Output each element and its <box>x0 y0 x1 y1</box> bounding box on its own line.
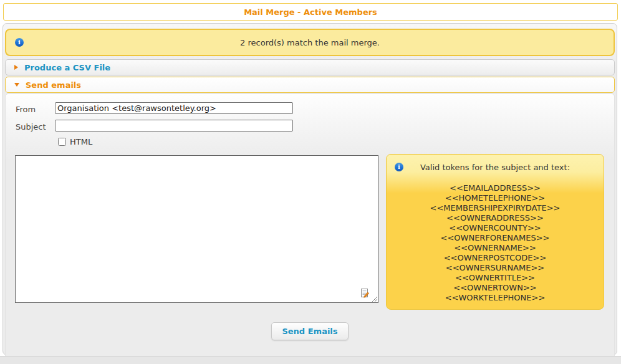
from-input[interactable] <box>55 102 293 114</box>
token-list: <<EMAILADDRESS>><<HOMETELEPHONE>><<MEMBE… <box>387 183 604 303</box>
html-checkbox-label: HTML <box>70 137 92 146</box>
accordion-produce-csv[interactable]: Produce a CSV File <box>5 59 615 75</box>
info-banner: i 2 record(s) match the mail merge. <box>5 29 615 56</box>
accordion-produce-csv-label: Produce a CSV File <box>24 63 110 72</box>
html-checkbox[interactable] <box>58 138 66 146</box>
send-emails-panel: From Subject HTML <box>5 93 615 364</box>
content-container: i 2 record(s) match the mail merge. Prod… <box>2 23 617 355</box>
accordion-send-emails[interactable]: Send emails <box>5 77 615 93</box>
token-item: <<WORKTELEPHONE>> <box>387 293 604 303</box>
tokens-heading: Valid tokens for the subject and text: <box>387 163 604 172</box>
tokens-panel: i Valid tokens for the subject and text:… <box>386 154 604 310</box>
email-body-wrap <box>15 155 378 303</box>
info-icon: i <box>395 163 403 171</box>
accordion-send-emails-label: Send emails <box>26 80 81 90</box>
token-item: <<EMAILADDRESS>> <box>387 183 604 193</box>
token-item: <<OWNERNAME>> <box>387 243 604 253</box>
triangle-right-icon <box>14 65 18 70</box>
subject-input[interactable] <box>55 120 293 132</box>
token-item: <<OWNERFORENAMES>> <box>387 233 604 243</box>
email-body-textarea[interactable] <box>15 155 378 303</box>
page-title-bar: Mail Merge - Active Members <box>3 3 618 21</box>
tokens-header: i Valid tokens for the subject and text: <box>387 163 604 172</box>
token-item: <<OWNERPOSTCODE>> <box>387 253 604 263</box>
button-row: Send Emails <box>6 322 614 340</box>
record-count-text: 2 record(s) match the mail merge. <box>6 38 614 47</box>
token-item: <<OWNERCOUNTY>> <box>387 223 604 233</box>
from-label: From <box>16 105 36 114</box>
token-item: <<OWNERTOWN>> <box>387 283 604 293</box>
footer-bar <box>0 356 621 364</box>
token-item: <<OWNERSURNAME>> <box>387 263 604 273</box>
token-item: <<OWNERTITLE>> <box>387 273 604 283</box>
token-item: <<HOMETELEPHONE>> <box>387 193 604 203</box>
resize-grip-icon[interactable] <box>370 295 378 302</box>
send-emails-button[interactable]: Send Emails <box>271 322 348 340</box>
token-item: <<OWNERADDRESS>> <box>387 213 604 223</box>
edit-note-icon[interactable] <box>360 288 370 298</box>
token-item: <<MEMBERSHIPEXPIRYDATE>> <box>387 203 604 213</box>
triangle-down-icon <box>14 83 19 87</box>
info-icon: i <box>15 38 24 47</box>
mail-merge-screen: Mail Merge - Active Members i 2 record(s… <box>0 0 621 364</box>
subject-label: Subject <box>16 122 46 132</box>
html-checkbox-row: HTML <box>58 137 92 146</box>
page-title: Mail Merge - Active Members <box>244 7 377 17</box>
